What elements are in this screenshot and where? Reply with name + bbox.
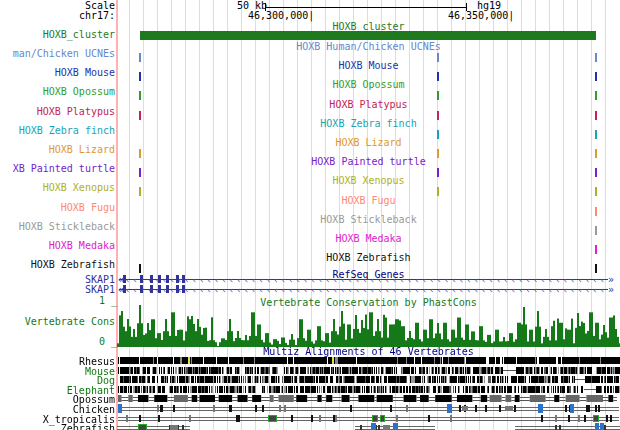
ucne-element-tick[interactable] <box>595 187 597 196</box>
track-center-label: HOXB Human/Chicken UCNEs <box>117 42 620 51</box>
cluster-track-label[interactable]: HOXB_cluster <box>0 30 115 39</box>
track-left-label[interactable]: HOXB Platypus <box>0 107 115 116</box>
track-center-label: HOXB Stickleback <box>117 215 620 224</box>
gene-exon[interactable] <box>176 285 179 293</box>
gene-exon[interactable] <box>123 285 126 293</box>
track-left-label[interactable]: HOXB Xenopus <box>0 183 115 192</box>
track-center-label: HOXB Zebra finch <box>117 119 620 128</box>
gene-label[interactable]: SKAP1 <box>0 285 115 294</box>
scale-bar <box>265 7 467 8</box>
track-left-label[interactable]: HOXB Medaka <box>0 241 115 250</box>
cluster-bar[interactable] <box>140 31 596 40</box>
cluster-center-label: HOXB_cluster <box>117 22 620 31</box>
gene-exon[interactable] <box>150 275 153 283</box>
multiz-species-label[interactable]: Opossum <box>0 395 115 404</box>
gene-exon[interactable] <box>182 285 185 293</box>
conservation-track-label[interactable]: Vertebrate Cons <box>0 317 115 326</box>
track-center-label: HOXB Fugu <box>117 196 620 205</box>
gene-label[interactable]: SKAP1 <box>0 275 115 284</box>
conservation-axis-min: 0 _ <box>95 337 117 346</box>
track-left-label[interactable]: XB Painted turtle <box>0 164 115 173</box>
ucne-element-tick[interactable] <box>595 91 597 100</box>
gene-exon[interactable] <box>182 275 185 283</box>
track-center-label: HOXB Mouse <box>117 61 620 70</box>
multiz-species-label[interactable]: Rhesus <box>0 357 115 366</box>
conservation-axis-max: 1 _ <box>95 296 117 305</box>
chromosome-label: chr17: <box>0 11 115 20</box>
multiz-species-label[interactable]: Dog <box>0 376 115 385</box>
multiz-species-label[interactable]: Zebrafish <box>0 424 115 430</box>
coordinate-right: 46,350,000| <box>448 11 514 20</box>
multiz-species-label[interactable]: Chicken <box>0 405 115 414</box>
gene-exon[interactable] <box>166 275 169 283</box>
gene-exon[interactable] <box>123 275 126 283</box>
gene-right-cap: » <box>608 276 614 284</box>
multiz-alignment-canvas[interactable] <box>117 356 620 430</box>
track-left-label[interactable]: HOXB Lizard <box>0 145 115 154</box>
multiz-title: Multiz Alignments of 46 Vertebrates <box>117 347 620 356</box>
conservation-histogram[interactable] <box>117 302 620 347</box>
track-center-label: HOXB Medaka <box>117 234 620 243</box>
ucne-element-tick[interactable] <box>139 91 141 100</box>
gene-exon[interactable] <box>140 285 143 293</box>
track-center-label: HOXB Platypus <box>117 100 620 109</box>
track-left-label[interactable]: HOXB Opossum <box>0 87 115 96</box>
track-center-label: HOXB Opossum <box>117 80 620 89</box>
ucne-element-tick[interactable] <box>437 91 439 100</box>
gene-exon[interactable] <box>150 285 153 293</box>
track-left-label[interactable]: HOXB Zebra finch <box>0 126 115 135</box>
gene-exon[interactable] <box>140 275 143 283</box>
assembly-label: hg19 <box>477 1 501 10</box>
gene-right-cap: » <box>608 286 614 294</box>
gene-strand-arrows: ‹‹‹‹‹‹‹‹‹‹‹‹‹‹‹‹‹‹‹‹‹‹‹‹‹‹‹‹‹‹‹‹‹‹‹‹‹‹‹‹… <box>125 286 605 294</box>
track-left-label[interactable]: man/Chicken UCNEs <box>0 49 115 58</box>
gene-strand-arrows: ‹‹‹‹‹‹‹‹‹‹‹‹‹‹‹‹‹‹‹‹‹‹‹‹‹‹‹‹‹‹‹‹‹‹‹‹‹‹‹‹… <box>125 276 605 284</box>
track-center-label: HOXB Lizard <box>117 138 620 147</box>
track-left-label[interactable]: HOXB Mouse <box>0 68 115 77</box>
gene-exon[interactable] <box>158 285 161 293</box>
track-left-label[interactable]: HOXB Stickleback <box>0 222 115 231</box>
track-center-label: HOXB Painted turtle <box>117 157 620 166</box>
gene-exon[interactable] <box>158 275 161 283</box>
track-left-label[interactable]: HOXB Zebrafish <box>0 260 115 269</box>
track-center-label: HOXB Zebrafish <box>117 253 620 262</box>
gene-exon[interactable] <box>176 275 179 283</box>
track-left-label[interactable]: HOXB Fugu <box>0 203 115 212</box>
scale-label: Scale <box>0 1 115 10</box>
ucne-element-tick[interactable] <box>437 187 439 196</box>
coordinate-left: 46,300,000| <box>248 11 314 20</box>
genome-browser-image[interactable]: Scale 50 kb hg19 chr17: 46,300,000| 46,3… <box>0 0 620 430</box>
scale-value: 50 kb <box>237 1 267 10</box>
track-center-label: HOXB Xenopus <box>117 176 620 185</box>
ucne-element-tick[interactable] <box>139 187 141 196</box>
gene-exon[interactable] <box>166 285 169 293</box>
